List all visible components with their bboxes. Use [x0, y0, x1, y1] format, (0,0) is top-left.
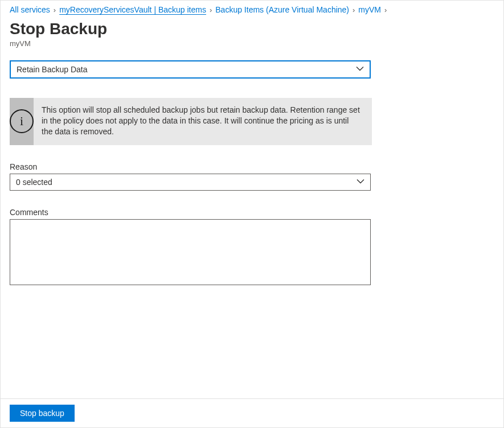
- breadcrumb-all-services[interactable]: All services: [10, 5, 50, 14]
- chevron-right-icon: ›: [54, 6, 56, 14]
- page-title: Stop Backup: [10, 20, 494, 38]
- chevron-down-icon: [356, 65, 364, 75]
- breadcrumb-backup-items[interactable]: Backup Items (Azure Virtual Machine): [215, 5, 349, 14]
- comments-label: Comments: [10, 208, 494, 217]
- chevron-right-icon: ›: [384, 6, 387, 14]
- chevron-right-icon: ›: [210, 6, 212, 14]
- reason-field: Reason 0 selected: [10, 162, 494, 191]
- page-header: Stop Backup myVM: [1, 18, 503, 54]
- info-icon: i: [10, 109, 34, 133]
- page-subtitle: myVM: [10, 39, 494, 48]
- stop-backup-button[interactable]: Stop backup: [10, 405, 75, 422]
- reason-dropdown[interactable]: 0 selected: [10, 174, 371, 191]
- content-area: Retain Backup Data i This option will st…: [1, 54, 503, 398]
- comments-field: Comments: [10, 208, 494, 287]
- backup-option-selected: Retain Backup Data: [17, 65, 88, 74]
- reason-selected: 0 selected: [16, 178, 52, 187]
- comments-textarea[interactable]: [10, 219, 371, 285]
- chevron-right-icon: ›: [353, 6, 355, 14]
- info-text: This option will stop all scheduled back…: [34, 98, 372, 145]
- backup-option-dropdown[interactable]: Retain Backup Data: [10, 60, 371, 79]
- breadcrumb-myvm[interactable]: myVM: [358, 5, 381, 14]
- chevron-down-icon: [357, 177, 364, 187]
- info-banner: i This option will stop all scheduled ba…: [10, 98, 372, 145]
- breadcrumb-vault[interactable]: myRecoveryServicesVault | Backup items: [59, 5, 206, 14]
- breadcrumb: All services › myRecoveryServicesVault |…: [1, 1, 503, 18]
- footer-bar: Stop backup: [1, 398, 503, 427]
- info-icon-box: i: [10, 98, 34, 145]
- page-container: All services › myRecoveryServicesVault |…: [0, 0, 504, 428]
- reason-label: Reason: [10, 162, 494, 171]
